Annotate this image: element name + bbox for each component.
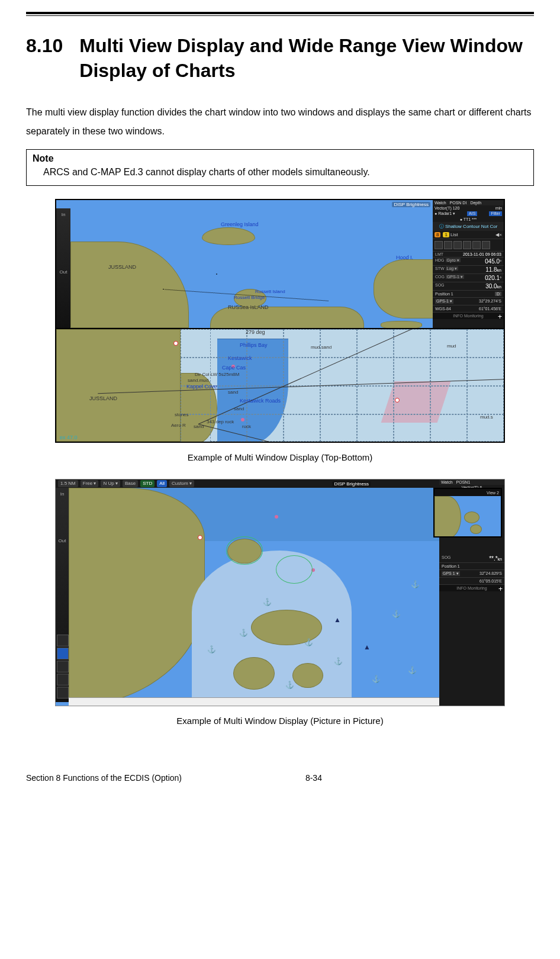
expand-icon[interactable]: + xyxy=(498,313,502,321)
anchor-icon: ⚓ xyxy=(334,657,343,665)
section-heading: 8.10 Multi View Display and Wide Range V… xyxy=(26,34,534,83)
cog-src[interactable]: GPS-1 ▾ xyxy=(446,275,464,279)
top-rule-thick xyxy=(26,12,534,14)
shore-west xyxy=(56,329,181,442)
zoom-out-label[interactable]: Out xyxy=(56,269,70,275)
cog-label: COG xyxy=(435,275,445,279)
sp-filter[interactable]: Filter xyxy=(489,211,502,216)
top-pane[interactable]: In Out DISP Brightness Greenleg Island J… xyxy=(56,200,504,328)
sp2-info[interactable]: INFO Monitoring xyxy=(456,586,487,590)
figure-multi-pip: 1.5 NM Free ▾ N Up ▾ Base STD All Custom… xyxy=(55,479,505,706)
zoom-out-label-2[interactable]: Out xyxy=(56,538,69,543)
pos-d[interactable]: D xyxy=(495,292,501,296)
label-mudsand: mud.sand xyxy=(311,345,332,350)
pip-island xyxy=(464,511,479,523)
buoy-icon: ▲ xyxy=(334,616,341,624)
ruler-tool-icon[interactable] xyxy=(57,661,69,672)
disp-brightness-2[interactable]: DISP Brightness xyxy=(332,481,371,487)
custom-menu-2[interactable]: Custom ▾ xyxy=(169,480,194,487)
buoy-icon: ▲ xyxy=(363,643,371,651)
label-greenleg: Greenleg Island xyxy=(221,221,259,227)
safety-ring-icon xyxy=(226,536,263,565)
info-mon[interactable]: INFO Monitoring xyxy=(453,314,483,318)
pip-island xyxy=(470,524,482,534)
sp2-lat: 32°24.829'S xyxy=(479,571,502,576)
scale-readout-2: 1.5 NM xyxy=(58,480,78,487)
note-title: Note xyxy=(33,153,527,164)
sp-watch[interactable]: Watch xyxy=(435,201,446,205)
sog-label: SOG xyxy=(435,283,445,289)
settings-icon[interactable] xyxy=(472,241,481,249)
wgs-label: WGS-84 xyxy=(435,307,451,311)
zoom-bar[interactable]: In Out xyxy=(56,208,70,328)
sp2-gps[interactable]: GPS 1 ▾ xyxy=(442,571,460,576)
grid-col xyxy=(357,329,394,442)
label-kestawick: Kestawick xyxy=(228,355,252,361)
zoom-in-label-2[interactable]: In xyxy=(56,491,69,497)
lat-value: 32°29.274'S xyxy=(479,299,501,304)
daynight-icon[interactable] xyxy=(435,241,443,249)
expand-icon-2[interactable]: + xyxy=(498,585,503,593)
nup-menu-2[interactable]: N Up ▾ xyxy=(101,480,120,487)
sp-list[interactable]: List xyxy=(450,232,458,237)
free-menu-2[interactable]: Free ▾ xyxy=(81,480,99,487)
chart-toolbar-2: 1.5 NM Free ▾ N Up ▾ Base STD All Custom… xyxy=(56,480,439,488)
sp-cue[interactable]: Shallow Contour Not Cor xyxy=(445,224,497,229)
sp2-posn[interactable]: POSN1 xyxy=(456,480,471,484)
safety-ring-icon xyxy=(276,555,313,584)
disp-brightness[interactable]: DISP Brightness xyxy=(392,202,430,207)
top-rule-thin xyxy=(26,15,534,16)
label-muds: mud.s xyxy=(480,414,493,420)
pip-window[interactable]: View 2 xyxy=(433,488,502,538)
land-west xyxy=(69,488,205,706)
label-dircol: Dir Col LW 5s25m8M xyxy=(195,372,239,377)
sp2-sog-l: SOG xyxy=(442,555,451,562)
redo-icon[interactable] xyxy=(57,674,69,686)
label-sand2: sand xyxy=(234,406,244,411)
grid-col xyxy=(394,329,430,442)
sp-badge-warn[interactable]: 1 xyxy=(443,232,449,237)
hdg-src[interactable]: Gyro ▾ xyxy=(446,258,461,262)
label-stones: stones xyxy=(175,412,189,417)
sp-tt1[interactable]: TT1 *** xyxy=(464,217,477,221)
gps-src[interactable]: GPS-1 ▾ xyxy=(435,299,453,304)
sp-min: min xyxy=(495,206,502,210)
label-hood: Hood I. xyxy=(396,255,413,260)
section-number: 8.10 xyxy=(26,34,63,59)
grid-icon[interactable] xyxy=(57,687,69,699)
label-aero: Aero R xyxy=(171,423,186,428)
sp-posn[interactable]: POSN DI xyxy=(450,201,467,205)
std-button-2[interactable]: STD xyxy=(140,480,155,487)
label-jussland-b: JUSSLAND xyxy=(89,395,117,401)
all-button-2[interactable]: All xyxy=(157,480,167,487)
label-rossett-island: Rossett Island xyxy=(255,289,285,294)
label-ext: ex 47.0 xyxy=(60,435,78,440)
layers-icon[interactable] xyxy=(453,241,462,249)
note-body: ARCS and C-MAP Ed.3 cannot display chart… xyxy=(33,165,527,179)
pencil-tool-icon[interactable] xyxy=(57,635,69,646)
sp-ais[interactable]: AIS xyxy=(467,211,477,216)
anchor-icon: ⚓ xyxy=(207,645,216,654)
stw-src[interactable]: Log ▾ xyxy=(446,266,459,271)
label-sand3: sand xyxy=(194,424,204,429)
pip-title[interactable]: View 2 xyxy=(487,491,499,495)
sp-depth[interactable]: Depth xyxy=(470,201,481,205)
label-mud: mud xyxy=(447,343,456,349)
note-icon[interactable] xyxy=(463,241,471,249)
bottom-pane[interactable]: 279 deg Phillips Bay Kestawick Cape Cas … xyxy=(56,328,504,442)
sp2-watch[interactable]: Watch xyxy=(441,480,453,484)
sp-badge-alert[interactable]: 8 xyxy=(435,232,440,237)
label-russland: RUSSea IsLAND xyxy=(228,304,269,310)
land-hood-bank xyxy=(381,321,422,328)
figure-multi-top-bottom: 1:25,000 Free ▾ N Up ▾ Base STD All Cust… xyxy=(55,199,505,443)
sp-vector[interactable]: Vector(T) 120 xyxy=(435,206,459,210)
base-button-2[interactable]: Base xyxy=(123,480,138,487)
zoom-in-label[interactable]: In xyxy=(56,212,70,217)
target-icon[interactable] xyxy=(482,241,490,249)
side-info-panel: Watch POSN DI Depth Vector(T) 120 min ● … xyxy=(433,200,504,328)
timeline-bar[interactable] xyxy=(69,697,439,706)
sp-icon-row xyxy=(433,239,504,252)
select-tool-icon[interactable] xyxy=(57,648,69,659)
sp-radar[interactable]: Radar1 ▾ xyxy=(438,211,455,215)
contrast-icon[interactable] xyxy=(444,241,452,249)
